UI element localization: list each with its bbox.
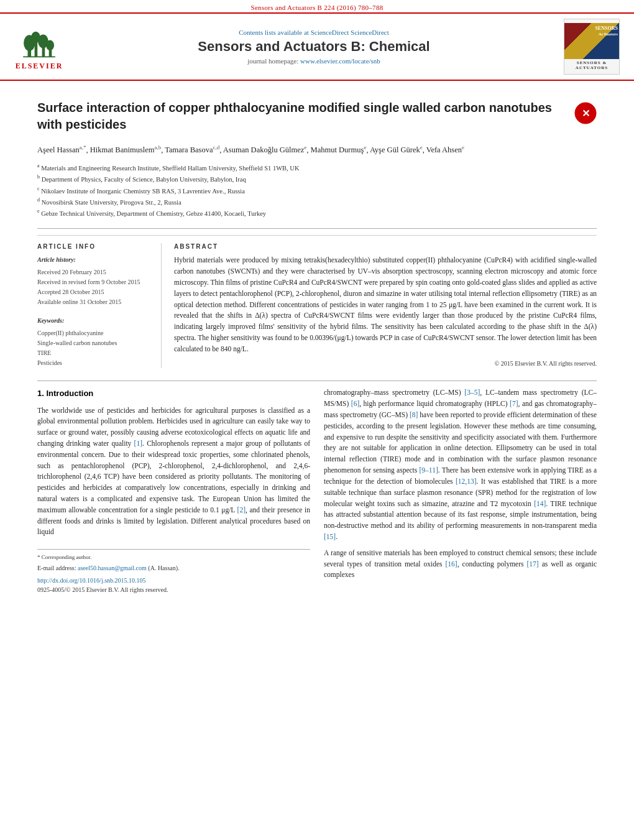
authors-line: Aşeel Hassana,*, Hikmat Banimuslema,b, T… — [37, 143, 597, 156]
journal-top-ref: Sensors and Actuators B 224 (2016) 780–7… — [0, 0, 634, 12]
issn-text: 0925-4005/© 2015 Elsevier B.V. All right… — [37, 586, 168, 593]
doi-line[interactable]: http://dx.doi.org/10.1016/j.snb.2015.10.… — [37, 576, 310, 586]
abstract-text: Hybrid materials were produced by mixing… — [174, 255, 597, 354]
article-title-section: Surface interaction of copper phthalocya… — [37, 93, 597, 133]
crossmark-icon: ✕ — [574, 102, 597, 124]
body-divider — [37, 381, 597, 381]
sensors-actuators-logo: SENSORS AcTuators SENSORS &ACTUATORS — [561, 19, 623, 75]
keywords-label: Keywords: — [37, 316, 152, 326]
intro-para-1: The worldwide use of pesticides and herb… — [37, 405, 310, 538]
journal-header: ELSEVIER Contents lists available at Sci… — [0, 12, 634, 81]
ref-8-link[interactable]: [8] — [410, 411, 418, 418]
accepted-date: Accepted 28 October 2015 — [37, 288, 104, 295]
svg-text:✕: ✕ — [582, 108, 590, 119]
keyword-2: Single-walled carbon nanotubes — [37, 338, 152, 348]
intro-para-2: chromatography–mass spectrometry (LC–MS)… — [324, 387, 597, 542]
received-date: Received 20 February 2015 — [37, 269, 106, 275]
ref-9-11-link[interactable]: [9–11] — [420, 466, 438, 474]
keywords-section: Keywords: Copper(II) phthalocyanine Sing… — [37, 316, 152, 368]
email-link[interactable]: aseel50.hassan@gmail.com — [78, 565, 147, 571]
email-suffix: (A. Hassan). — [148, 565, 179, 571]
sciencedirect-text: Contents lists available at ScienceDirec… — [239, 29, 349, 36]
history-label: Article history: — [37, 255, 152, 265]
journal-ref-text: Sensors and Actuators B 224 (2016) 780–7… — [250, 4, 383, 11]
two-column-body: 1. Introduction The worldwide use of pes… — [37, 387, 597, 594]
ref-17-link[interactable]: [17] — [527, 560, 539, 568]
ref-1-link[interactable]: [1] — [134, 440, 142, 447]
copyright-line: © 2015 Elsevier B.V. All rights reserved… — [174, 360, 597, 367]
abstract-title: ABSTRACT — [174, 243, 597, 250]
doi-text: http://dx.doi.org/10.1016/j.snb.2015.10.… — [37, 577, 146, 584]
elsevier-label-text: ELSEVIER — [16, 62, 63, 71]
sciencedirect-anchor[interactable]: ScienceDirect — [351, 29, 389, 36]
journal-homepage-link[interactable]: www.elsevier.com/locate/snb — [300, 57, 380, 65]
affiliation-b: b Department of Physics, Faculty of Scie… — [37, 173, 597, 184]
article-info-title: ARTICLE INFO — [37, 243, 152, 250]
svg-point-7 — [46, 40, 54, 51]
ref-7-link[interactable]: [7] — [510, 400, 518, 407]
article-history: Article history: Received 20 February 20… — [37, 255, 152, 307]
affiliations: a Materials and Engineering Research Ins… — [37, 162, 597, 218]
sciencedirect-link[interactable]: Contents lists available at ScienceDirec… — [67, 29, 561, 36]
affiliation-c: c Nikolaev Institute of Inorganic Chemis… — [37, 185, 597, 196]
ref-14-link[interactable]: [14] — [534, 500, 546, 507]
email-label: E-mail address: — [37, 565, 76, 571]
affiliation-d: d Novosibirsk State University, Pirogova… — [37, 196, 597, 207]
affiliation-a: a Materials and Engineering Research Ins… — [37, 162, 597, 173]
article-body: ARTICLE INFO Article history: Received 2… — [37, 235, 597, 368]
info-abstract-divider — [37, 228, 597, 229]
sensors-logo-image: SENSORS AcTuators — [564, 23, 619, 59]
keyword-4: Pesticides — [37, 358, 152, 368]
journal-title-area: Contents lists available at ScienceDirec… — [67, 29, 561, 65]
journal-homepage: journal homepage: www.elsevier.com/locat… — [67, 57, 561, 65]
ref-6-link[interactable]: [6] — [351, 400, 359, 407]
abstract-section: ABSTRACT Hybrid materials were produced … — [174, 243, 597, 368]
sensors-bottom-label: SENSORS &ACTUATORS — [576, 60, 608, 70]
ref-15-link[interactable]: [15] — [324, 533, 336, 540]
footnote-area: * Corresponding author. E-mail address: … — [37, 549, 310, 594]
issn-line: 0925-4005/© 2015 Elsevier B.V. All right… — [37, 585, 310, 595]
corresponding-note: * Corresponding author. — [37, 553, 310, 562]
elsevier-tree-icon — [21, 22, 58, 60]
article-title: Surface interaction of copper phthalocya… — [37, 99, 566, 133]
available-date: Available online 31 October 2015 — [37, 298, 121, 305]
intro-heading: 1. Introduction — [37, 387, 310, 400]
corresponding-text: * Corresponding author. — [37, 554, 91, 560]
keyword-3: TIRE — [37, 348, 152, 358]
col-right: chromatography–mass spectrometry (LC–MS)… — [324, 387, 597, 594]
crossmark-logo[interactable]: ✕ — [574, 102, 597, 124]
affiliation-e: e Gebze Technical University, Department… — [37, 208, 597, 218]
elsevier-logo: ELSEVIER — [11, 22, 67, 71]
ref-2-link[interactable]: [2] — [237, 506, 246, 514]
sensors-logo-box: SENSORS AcTuators SENSORS &ACTUATORS — [564, 19, 620, 75]
ref-16-link[interactable]: [16] — [446, 560, 457, 568]
article-info-panel: ARTICLE INFO Article history: Received 2… — [37, 243, 162, 368]
col-left: 1. Introduction The worldwide use of pes… — [37, 387, 310, 594]
sensors-overlay-text: SENSORS AcTuators — [595, 25, 618, 37]
ref-3-5-link[interactable]: [3–5] — [464, 389, 480, 396]
and-text: and — [249, 506, 260, 514]
main-content: Surface interaction of copper phthalocya… — [0, 81, 634, 607]
ref-12-13-link[interactable]: [12,13] — [456, 478, 477, 485]
email-line: E-mail address: aseel50.hassan@gmail.com… — [37, 563, 310, 573]
journal-name: Sensors and Actuators B: Chemical — [67, 39, 561, 55]
intro-para-3: A range of sensitive materials has been … — [324, 548, 597, 581]
revised-date: Received in revised form 9 October 2015 — [37, 279, 140, 285]
keyword-1: Copper(II) phthalocyanine — [37, 328, 152, 338]
